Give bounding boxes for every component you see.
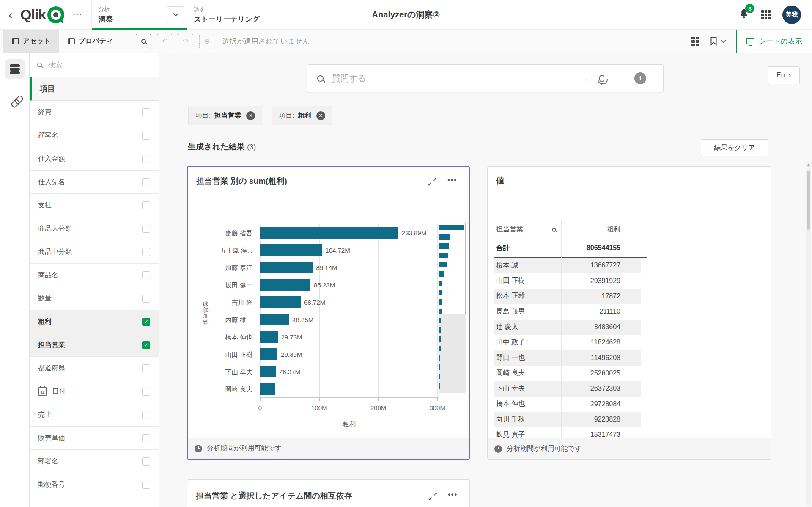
notifications-button[interactable]: 3 <box>738 8 749 21</box>
bar[interactable] <box>260 331 278 343</box>
sheet-dropdown-button[interactable] <box>167 6 184 23</box>
ask-question-input[interactable] <box>332 74 580 83</box>
field-row[interactable]: 都道府県 <box>30 357 159 380</box>
field-row[interactable]: 郵便番号 <box>30 473 159 496</box>
field-checkbox[interactable] <box>142 178 150 186</box>
overflow-menu-icon[interactable]: ··· <box>73 10 82 19</box>
bar-row[interactable]: 26.37M <box>260 363 439 380</box>
tab-narrate-storytelling[interactable]: 話す ストーリーテリング <box>187 0 288 30</box>
remove-chip-icon[interactable]: ✕ <box>316 111 325 120</box>
bar[interactable] <box>260 366 276 377</box>
field-checkbox[interactable] <box>142 411 150 419</box>
qlik-logo[interactable]: Qlik <box>20 6 64 23</box>
field-checkbox[interactable] <box>142 108 150 116</box>
table-cell-value: 25260025 <box>561 366 624 381</box>
field-checkbox[interactable] <box>142 271 150 279</box>
bar-row[interactable]: 104.72M <box>260 242 439 259</box>
show-sheet-button[interactable]: シートの表示 <box>736 30 812 53</box>
back-icon[interactable]: ‹ <box>8 8 13 21</box>
step-forward-button[interactable]: ↷ <box>178 34 193 49</box>
field-checkbox[interactable] <box>142 434 150 442</box>
field-checkbox[interactable] <box>142 225 150 233</box>
search-icon[interactable] <box>552 228 556 232</box>
bar-row[interactable]: 48.85M <box>260 311 439 328</box>
clear-selections-button[interactable]: ⊗ <box>199 34 214 49</box>
field-row[interactable]: 12日付 <box>30 380 159 403</box>
bar-chart-card[interactable]: 担当営業 別の sum(粗利) ↗↙ ••• 担当営業 齋藤 省吾五十嵐 淳..… <box>187 166 470 460</box>
microphone-icon[interactable] <box>599 75 604 82</box>
field-checkbox[interactable] <box>142 295 150 303</box>
field-row[interactable]: 粗利✓ <box>30 310 159 333</box>
field-row[interactable]: 数量 <box>30 287 159 310</box>
field-row[interactable]: 販売単価 <box>30 427 159 450</box>
bar[interactable] <box>260 296 301 308</box>
field-row[interactable]: 仕入先名 <box>30 171 159 194</box>
field-checkbox[interactable] <box>142 457 150 466</box>
remove-chip-icon[interactable]: ✕ <box>246 111 255 120</box>
data-fields-rail-button[interactable] <box>5 59 25 79</box>
smart-search-button[interactable] <box>136 34 151 49</box>
vertical-scrollbar[interactable]: ▲ <box>806 161 811 506</box>
tab-analysis-insights[interactable]: 分析 洞察 <box>91 0 187 30</box>
field-checkbox[interactable] <box>142 201 150 209</box>
master-items-rail-button[interactable] <box>5 85 25 104</box>
more-options-icon[interactable]: ••• <box>447 176 457 184</box>
app-launcher-icon[interactable] <box>761 10 771 19</box>
field-row[interactable]: 仕入金額 <box>30 147 159 171</box>
bar[interactable] <box>260 279 310 291</box>
bar[interactable] <box>260 383 275 395</box>
table-header-measure[interactable]: 粗利 <box>561 225 624 234</box>
field-checkbox[interactable]: ✓ <box>142 341 150 349</box>
bar-row[interactable]: 233.89M <box>260 224 439 242</box>
submit-arrow-icon[interactable]: → <box>580 72 590 84</box>
mutual-dependency-card[interactable]: 担当営業 と選択したアイテム間の相互依存 ↗↙ ••• <box>187 479 470 507</box>
field-row[interactable]: 部署名 <box>30 450 159 473</box>
bar-row[interactable]: 85.23M <box>260 276 439 294</box>
bookmarks-button[interactable] <box>710 37 725 46</box>
bar-row[interactable]: 68.72M <box>260 294 439 311</box>
clear-results-button[interactable]: 結果をクリア <box>701 139 768 156</box>
field-checkbox[interactable] <box>142 132 150 140</box>
field-row[interactable]: 売上 <box>30 403 159 427</box>
bar-row[interactable]: 29.73M <box>260 328 439 346</box>
field-row[interactable]: 担当営業✓ <box>30 333 159 357</box>
field-checkbox[interactable] <box>142 364 150 372</box>
sidebar-search[interactable] <box>30 53 159 77</box>
field-row[interactable]: 商品大分類 <box>30 217 159 240</box>
tab-properties[interactable]: プロパティ <box>59 30 122 53</box>
bar[interactable] <box>260 227 398 239</box>
field-checkbox[interactable]: ✓ <box>142 318 150 326</box>
sidebar-search-input[interactable] <box>48 61 159 69</box>
field-row[interactable]: 経費 <box>30 101 159 124</box>
bar-row[interactable] <box>260 380 439 398</box>
step-back-button[interactable]: ↶ <box>157 34 172 49</box>
fields-sidebar: 項目 経費顧客名仕入金額仕入先名支社商品大分類商品中分類商品名数量粗利✓担当営業… <box>30 53 159 507</box>
table-header-dimension[interactable]: 担当営業 <box>494 225 561 234</box>
bar[interactable] <box>260 348 277 360</box>
table-card[interactable]: 値 担当営業 粗利 合計 806544155 榎本 誠13667727山田 正樹… <box>487 166 771 460</box>
bar-row[interactable]: 29.39M <box>260 346 439 363</box>
expand-icon[interactable]: ↗↙ <box>428 177 437 187</box>
scroll-up-icon[interactable]: ▲ <box>806 161 811 167</box>
scrollbar-thumb[interactable] <box>807 171 810 230</box>
field-checkbox[interactable] <box>142 388 150 396</box>
field-row[interactable]: 商品名 <box>30 264 159 287</box>
language-button[interactable]: En › <box>768 66 800 84</box>
field-row[interactable]: 支社 <box>30 194 159 217</box>
tab-assets[interactable]: アセット <box>3 30 59 53</box>
field-checkbox[interactable] <box>142 248 150 256</box>
info-icon[interactable]: i <box>634 72 646 84</box>
bar-row[interactable]: 89.14M <box>260 259 439 276</box>
field-checkbox[interactable] <box>142 481 150 489</box>
avatar[interactable]: 美我 <box>782 6 801 24</box>
field-row[interactable]: 顧客名 <box>30 124 159 147</box>
bar[interactable] <box>260 314 289 325</box>
bar[interactable] <box>260 262 313 273</box>
bar[interactable] <box>260 244 322 256</box>
field-checkbox[interactable] <box>142 155 150 163</box>
field-row[interactable]: 商品中分類 <box>30 240 159 264</box>
more-options-icon[interactable]: ••• <box>448 491 458 499</box>
insight-layout-icon[interactable] <box>691 37 699 46</box>
expand-icon[interactable]: ↗↙ <box>428 492 437 501</box>
table-cell-value: 3483604 <box>561 320 624 335</box>
